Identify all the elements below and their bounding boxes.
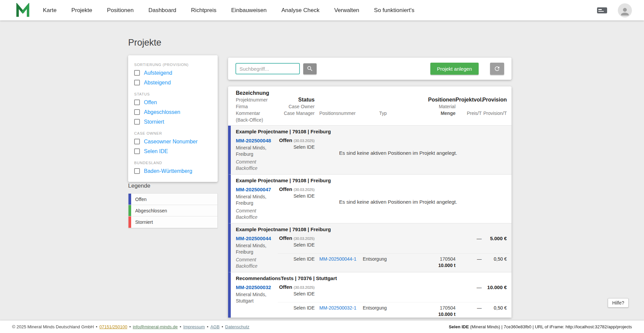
project-info-cell: MM-202500032 Mineral Minds, Stuttgart: [231, 284, 278, 318]
nav-verwalten[interactable]: Verwalten: [334, 7, 359, 14]
project-row[interactable]: Example Projectname | 79108 | Freiburg M…: [228, 175, 512, 223]
project-title: RecommendationsTests | 70376 | Stuttgart: [236, 275, 512, 281]
filter-option-label: Caseowner Nonumber: [144, 139, 198, 145]
filter-option-aufsteigend[interactable]: Aufsteigend: [134, 68, 212, 78]
project-row[interactable]: Example Projectname | 79108 | Freiburg M…: [228, 126, 512, 175]
position-material-menge: 170504 10.000 t: [438, 305, 455, 318]
filter-option-abgeschlossen[interactable]: Abgeschlossen: [134, 107, 212, 117]
agb-link[interactable]: AGB: [210, 324, 219, 329]
col-projektvol: Projektvol. Preis/T: [455, 90, 482, 123]
session-user: Selen IDE: [449, 324, 469, 329]
project-row[interactable]: RecommendationsTests | 70376 | Stuttgart…: [228, 272, 512, 318]
phone-link[interactable]: 07151/250100: [99, 324, 127, 329]
position-number-link[interactable]: MM-202500032-1: [315, 305, 357, 318]
filter-option-label: Abgeschlossen: [144, 109, 180, 115]
position-provision: 0,50 €: [494, 305, 509, 318]
help-button[interactable]: Hilfe?: [608, 298, 629, 308]
col-typ: Typ: [357, 90, 387, 123]
company-block: Mineral Minds, Freiburg: [236, 194, 278, 206]
checkbox-icon[interactable]: [134, 109, 140, 115]
project-number-link[interactable]: MM-202500048: [236, 137, 271, 144]
header-case-manager: Case Manager: [278, 110, 315, 117]
checkbox-icon[interactable]: [134, 168, 140, 174]
email-link[interactable]: info@mineral-minds.de: [133, 324, 178, 329]
company-name: Mineral Minds,: [236, 194, 278, 200]
position-preis: —: [477, 305, 482, 318]
legend-label: Offen: [131, 194, 147, 205]
nav-richtpreis[interactable]: Richtpreis: [191, 7, 217, 14]
create-project-button[interactable]: Projekt anlegen: [430, 63, 479, 75]
search-input[interactable]: [235, 63, 300, 74]
search-button[interactable]: [303, 63, 317, 74]
refresh-button[interactable]: [490, 63, 504, 75]
project-number-link[interactable]: MM-202500044: [236, 235, 271, 242]
datenschutz-link[interactable]: Datenschutz: [225, 324, 249, 329]
col-positionen: Positionen Material Menge: [387, 90, 455, 123]
position-preis: —: [477, 256, 482, 269]
status-date: (30.03.2025): [294, 237, 315, 241]
checkbox-icon[interactable]: [134, 119, 140, 125]
filter-option-baden-wuerttemberg[interactable]: Baden-Württemberg: [134, 166, 212, 176]
project-title: Example Projectname | 79108 | Freiburg: [236, 226, 512, 232]
checkbox-icon[interactable]: [134, 99, 140, 105]
search-toolbar: Projekt anlegen: [228, 58, 512, 80]
main-nav: Karte Projekte Positionen Dashboard Rich…: [43, 7, 415, 14]
filter-section-case-owner: CASE OWNER: [134, 131, 212, 135]
nav-so-funktionierts[interactable]: So funktioniert's: [374, 7, 414, 14]
nav-positionen[interactable]: Positionen: [107, 7, 133, 14]
filter-option-selen-ide[interactable]: Selen IDE: [134, 146, 212, 156]
header-backoffice: (Back-Office): [236, 117, 278, 123]
project-row[interactable]: Example Projectname | 79108 | Freiburg M…: [228, 223, 512, 272]
session-info: Selen IDE (Mineral Minds) | 7ce360e83fb0…: [449, 324, 632, 329]
project-title: Example Projectname | 79108 | Freiburg: [236, 128, 512, 135]
backoffice-comment: Comment Backoffice: [236, 159, 278, 172]
nav-analyse-check[interactable]: Analyse Check: [281, 7, 319, 14]
company-city: Freiburg: [236, 151, 278, 157]
checkbox-icon[interactable]: [134, 148, 140, 154]
filter-option-caseowner-nonumber[interactable]: Caseowner Nonumber: [134, 137, 212, 146]
no-positions-message: Es sind keine aktiven Positionen im Proj…: [339, 150, 457, 159]
filter-option-absteigend[interactable]: Absteigend: [134, 78, 212, 87]
avatar[interactable]: [618, 3, 632, 17]
mineral-minds-logo[interactable]: [15, 3, 31, 18]
position-material: 170504: [438, 256, 455, 262]
legend-label: Storniert: [131, 216, 153, 228]
checkbox-icon[interactable]: [134, 139, 140, 144]
position-number-link[interactable]: MM-202500044-1: [315, 256, 357, 269]
comment-line: Backoffice: [236, 214, 278, 220]
comment-line: Comment: [236, 208, 278, 214]
filter-option-offen[interactable]: Offen: [134, 97, 212, 107]
session-details: (Mineral Minds) | 7ce360e83fb0 | URL of …: [469, 324, 632, 329]
table-header: Bezeichnung Projektnummer Firma Kommenta…: [231, 86, 512, 126]
nav-einbauweisen[interactable]: Einbauweisen: [231, 7, 267, 14]
comment-line: Backoffice: [236, 263, 278, 269]
comment-line: Comment: [236, 159, 278, 165]
header-firma: Firma: [236, 103, 278, 110]
nav-karte[interactable]: Karte: [43, 7, 57, 14]
case-owner: Selen IDE: [279, 242, 315, 248]
header-projektnummer: Projektnummer: [236, 96, 278, 103]
status-cell: Offen (30.03.2025) Selen IDE: [279, 186, 315, 201]
company-city: Freiburg: [236, 200, 278, 206]
refresh-icon: [494, 65, 500, 72]
nav-projekte[interactable]: Projekte: [71, 7, 92, 14]
position-row: Selen IDE MM-202500044-1 Entsorgung 1705…: [278, 253, 509, 269]
checkbox-icon[interactable]: [134, 70, 140, 76]
project-number-link[interactable]: MM-202500047: [236, 186, 271, 193]
filter-section-bundesland: BUNDESLAND: [134, 161, 212, 165]
project-number-link[interactable]: MM-202500032: [236, 284, 271, 291]
project-info-cell: MM-202500044 Mineral Minds, Freiburg Com…: [231, 235, 278, 269]
position-typ: Entsorgung: [363, 305, 387, 318]
case-owner: Selen IDE: [279, 144, 315, 150]
nav-dashboard[interactable]: Dashboard: [148, 7, 176, 14]
separator: •: [207, 324, 209, 329]
checkbox-icon[interactable]: [134, 80, 140, 85]
company-block: Mineral Minds, Freiburg: [236, 145, 278, 157]
header-case-owner: Case Owner: [278, 103, 315, 110]
filter-option-storniert[interactable]: Storniert: [134, 117, 212, 127]
impressum-link[interactable]: Impressum: [183, 324, 205, 329]
position-material: 170504: [438, 305, 455, 311]
company-city: Stuttgart: [236, 298, 278, 304]
project-info-cell: MM-202500048 Mineral Minds, Freiburg Com…: [231, 137, 278, 172]
card-reader-button[interactable]: [596, 6, 608, 14]
